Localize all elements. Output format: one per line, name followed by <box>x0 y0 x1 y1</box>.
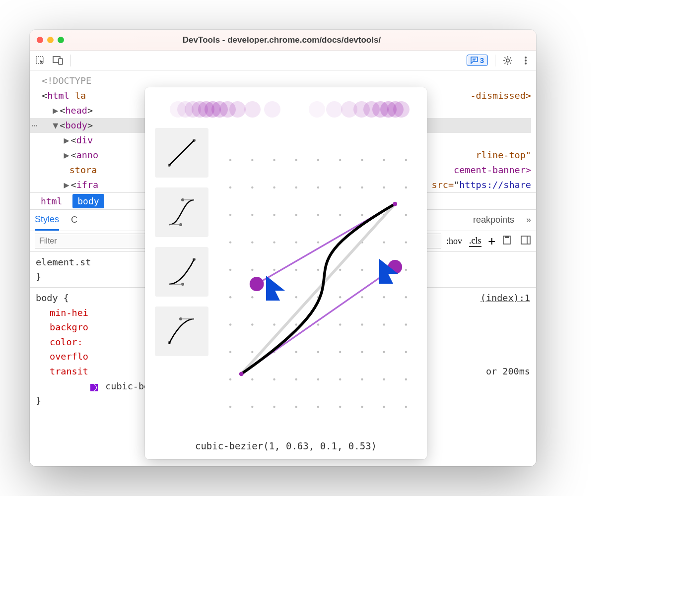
svg-point-105 <box>229 406 231 408</box>
svg-point-78 <box>229 323 231 325</box>
svg-point-40 <box>383 186 385 188</box>
svg-point-5 <box>525 60 527 62</box>
svg-point-106 <box>251 406 253 408</box>
crumb-html[interactable]: html <box>36 194 67 208</box>
svg-point-55 <box>317 241 319 243</box>
svg-point-65 <box>339 269 341 271</box>
preset-ease-in-out[interactable] <box>155 187 208 237</box>
svg-point-80 <box>273 323 275 325</box>
svg-point-104 <box>405 378 407 380</box>
close-icon[interactable] <box>37 37 43 43</box>
svg-line-13 <box>169 140 194 165</box>
cls-toggle[interactable]: .cls <box>469 236 481 247</box>
svg-point-42 <box>229 214 231 216</box>
svg-point-76 <box>383 296 385 298</box>
svg-point-38 <box>339 186 341 188</box>
source-link[interactable]: (index):1 <box>480 291 530 306</box>
svg-point-36 <box>295 186 297 188</box>
svg-point-83 <box>339 323 341 325</box>
hov-toggle[interactable]: :hov <box>446 236 462 246</box>
svg-point-26 <box>273 159 275 161</box>
tab-breakpoints-partial[interactable]: reakpoints <box>473 215 514 225</box>
device-toolbar-icon[interactable] <box>53 55 64 66</box>
svg-point-45 <box>295 214 297 216</box>
svg-point-97 <box>251 378 253 380</box>
transition-tail: or 200ms <box>486 364 530 379</box>
attr-rline-top: rline-top" <box>476 150 531 160</box>
bezier-swatch-icon[interactable] <box>90 384 98 391</box>
svg-point-66 <box>361 269 363 271</box>
new-style-icon[interactable]: + <box>488 234 495 248</box>
svg-point-24 <box>229 159 231 161</box>
device-view-icon[interactable] <box>502 235 513 247</box>
svg-point-25 <box>251 159 253 161</box>
bezier-canvas[interactable] <box>219 128 417 433</box>
bezier-preview <box>170 99 402 121</box>
svg-point-53 <box>273 241 275 243</box>
bezier-value-label: cubic-bezier(1, 0.63, 0.1, 0.53) <box>155 433 417 451</box>
svg-point-77 <box>405 296 407 298</box>
svg-point-63 <box>295 269 297 271</box>
svg-point-31 <box>383 159 385 161</box>
tab-styles[interactable]: Styles <box>35 210 59 231</box>
svg-point-3 <box>506 59 509 62</box>
svg-point-6 <box>525 62 527 64</box>
svg-point-108 <box>295 406 297 408</box>
svg-point-72 <box>295 296 297 298</box>
svg-rect-8 <box>505 236 509 238</box>
svg-point-68 <box>405 269 407 271</box>
devtools-toolbar: 3 <box>30 51 536 70</box>
svg-point-101 <box>339 378 341 380</box>
svg-point-29 <box>339 159 341 161</box>
svg-point-79 <box>251 323 253 325</box>
svg-point-118 <box>393 202 397 206</box>
crumb-body[interactable]: body <box>72 194 104 208</box>
svg-point-47 <box>339 214 341 216</box>
svg-point-75 <box>361 296 363 298</box>
svg-point-69 <box>229 296 231 298</box>
svg-point-84 <box>361 323 363 325</box>
svg-point-110 <box>339 406 341 408</box>
svg-point-27 <box>295 159 297 161</box>
svg-point-107 <box>273 406 275 408</box>
svg-point-103 <box>383 378 385 380</box>
svg-point-98 <box>273 378 275 380</box>
more-icon[interactable] <box>520 55 531 66</box>
issues-badge[interactable]: 3 <box>467 55 488 66</box>
window-title: DevTools - developer.chrome.com/docs/dev… <box>64 35 499 45</box>
attr-dismissed: -dismissed> <box>470 88 531 103</box>
svg-point-93 <box>361 351 363 353</box>
svg-point-90 <box>295 351 297 353</box>
svg-point-4 <box>525 57 527 59</box>
tab-computed-partial[interactable]: C <box>71 215 77 225</box>
body-selector: body { <box>36 293 69 303</box>
minimize-icon[interactable] <box>47 37 54 43</box>
preset-linear[interactable] <box>155 128 208 178</box>
bezier-editor-popup: cubic-bezier(1, 0.63, 0.1, 0.53) <box>145 87 427 459</box>
svg-point-51 <box>229 241 231 243</box>
settings-icon[interactable] <box>502 55 513 66</box>
svg-point-39 <box>361 186 363 188</box>
preset-ease-out[interactable] <box>155 307 208 356</box>
svg-point-59 <box>405 241 407 243</box>
svg-point-64 <box>317 269 319 271</box>
svg-point-99 <box>295 378 297 380</box>
svg-point-96 <box>229 378 231 380</box>
svg-point-41 <box>405 186 407 188</box>
svg-point-44 <box>273 214 275 216</box>
inspect-element-icon[interactable] <box>35 55 46 66</box>
maximize-icon[interactable] <box>58 37 64 43</box>
svg-point-62 <box>273 269 275 271</box>
svg-point-117 <box>239 372 244 376</box>
svg-point-46 <box>317 214 319 216</box>
svg-point-85 <box>383 323 385 325</box>
css-prop-transition[interactable]: transit <box>50 366 88 376</box>
toggle-sidebar-icon[interactable] <box>520 235 531 247</box>
svg-point-74 <box>339 296 341 298</box>
svg-point-87 <box>229 351 231 353</box>
more-tabs-icon[interactable]: » <box>526 215 531 225</box>
preset-ease-in[interactable] <box>155 247 208 297</box>
svg-point-109 <box>317 406 319 408</box>
doctype-line: <!DOCTYPE <box>42 75 91 86</box>
svg-point-111 <box>361 406 363 408</box>
